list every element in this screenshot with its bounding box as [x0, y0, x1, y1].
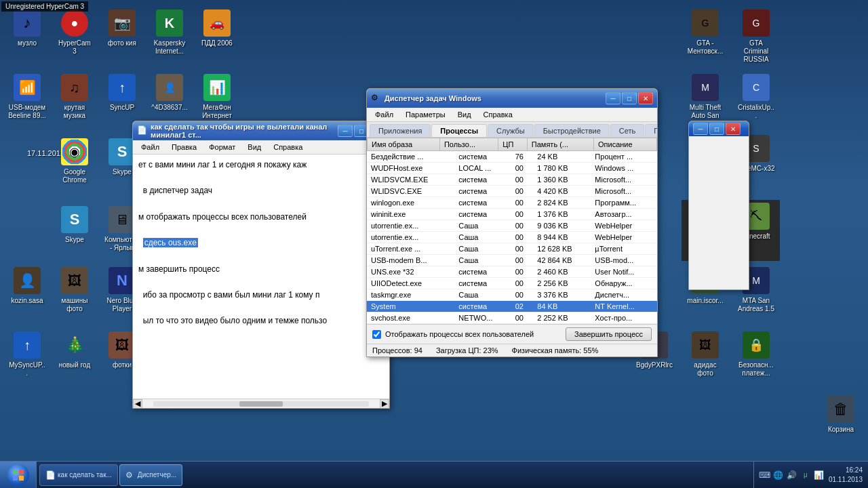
end-process-button[interactable]: Завершить процесс — [566, 327, 652, 341]
table-row[interactable]: UNS.exe *32 система 00 2 460 KB User Not… — [367, 266, 657, 278]
small-win-min-button[interactable]: ─ — [693, 123, 708, 135]
taskbar-item-editor[interactable]: 📄 как сделать так... — [39, 464, 118, 486]
desktop-icon-usb[interactable]: 📶 USB-модем Beeline 89... — [3, 71, 51, 123]
table-row[interactable]: Бездействие ... система 76 24 KB Процент… — [367, 151, 657, 163]
desktop-icon-adidas[interactable]: 🖼 адидас фото — [682, 329, 729, 381]
desktop-icon-4d[interactable]: 👤 ^4D38637... — [146, 71, 193, 115]
table-row[interactable]: utorrentie.ex... Саша 00 9 036 KB WebHel… — [367, 220, 657, 232]
table-row[interactable]: USB-modem B... Саша 00 42 864 KB USB-mod… — [367, 255, 657, 266]
text-editor-menu-help[interactable]: Справка — [268, 142, 308, 152]
tray-bar-icon: 📊 — [814, 470, 825, 481]
desktop-icon-mysyncup[interactable]: ↑ MySyncUP... — [3, 329, 51, 381]
table-row[interactable]: WLIDSVC.EXE система 00 4 420 KB Microsof… — [367, 186, 657, 197]
task-mgr-menu-help[interactable]: Справка — [478, 109, 518, 120]
process-name: uTorrent.exe ... — [367, 243, 454, 255]
hscroll-right-btn[interactable]: ▶ — [380, 399, 389, 409]
text-editor-hscrollbar[interactable]: ◀ ▶ — [133, 399, 389, 408]
text-editor-icon: 📄 — [137, 125, 148, 136]
process-name: winlogon.exe — [367, 197, 454, 209]
taskbar-item-taskmgr[interactable]: ⚙ Диспетчер... — [119, 464, 182, 486]
desktop-icon-skype2[interactable]: S Skype — [51, 203, 98, 247]
text-editor-menu-file[interactable]: Файл — [136, 142, 165, 152]
desktop-icon-muzlo[interactable]: ♪ музло — [3, 7, 51, 51]
process-name: WLIDSVCM.EXE — [367, 174, 454, 186]
small-win-close-button[interactable]: ✕ — [726, 123, 741, 135]
desktop-icon-chrome[interactable]: ◉ Google Chrome — [51, 136, 98, 188]
col-header-name[interactable]: Имя образа — [368, 138, 440, 151]
desktop-icon-gta-crim[interactable]: G GTA Criminal RUSSIA — [732, 7, 780, 67]
desktop-icon-bezopasn[interactable]: 🔒 Безопасн... платеж... — [732, 329, 780, 381]
editor-line-10 — [138, 276, 384, 289]
desktop-icon-gta-ment[interactable]: G GTA - Ментовск... — [682, 7, 729, 59]
task-manager-menu: Файл Параметры Вид Справка — [367, 108, 657, 122]
hscroll-left-btn[interactable]: ◀ — [133, 399, 142, 409]
desktop-icon-pdd[interactable]: 🚗 ПДД 2006 — [193, 7, 241, 51]
table-row[interactable]: UIIODetect.exe система 00 2 256 KB Обнар… — [367, 278, 657, 289]
hypercam-watermark: Unregistered HyperCam 3 — [1, 1, 88, 12]
col-header-desc[interactable]: Описание — [594, 138, 657, 151]
table-row[interactable]: utorrentie.ex... Саша 00 8 944 KB WebHel… — [367, 232, 657, 243]
task-mgr-max-button[interactable]: □ — [622, 92, 637, 104]
process-cpu: 00 — [511, 163, 534, 174]
taskbar-right: ⌨ 🌐 🔊 μ 📊 16:24 01.11.2013 — [753, 462, 868, 488]
table-row[interactable]: System система 02 84 KB NT Kernel... — [367, 301, 657, 312]
process-cpu: 00 — [511, 174, 534, 186]
desktop-icon-hypercam[interactable]: ● HyperCam 3 — [51, 7, 98, 59]
process-name: UNS.exe *32 — [367, 266, 454, 278]
small-win-max-button[interactable]: □ — [709, 123, 724, 135]
desktop-icon-cristalix[interactable]: C CristalixUp... — [732, 71, 780, 123]
tray-torrent-icon: μ — [800, 470, 811, 481]
tab-applications[interactable]: Приложения — [370, 124, 431, 137]
4d-icon: 👤 — [156, 74, 183, 101]
col-header-memory[interactable]: Память (... — [527, 138, 593, 151]
desktop-icon-foto[interactable]: 📷 фото кия — [98, 7, 146, 51]
col-header-cpu[interactable]: ЦП — [498, 138, 527, 151]
show-all-users-checkbox[interactable] — [372, 330, 381, 339]
kaspersky-icon: K — [156, 9, 183, 37]
table-row[interactable]: WLIDSVCM.EXE система 00 1 360 KB Microso… — [367, 174, 657, 186]
text-editor-menu-edit[interactable]: Правка — [166, 142, 202, 152]
process-cpu: 00 — [511, 243, 534, 255]
text-editor-menu-format[interactable]: Формат — [203, 142, 241, 152]
task-mgr-menu-file[interactable]: Файл — [370, 109, 399, 120]
table-row[interactable]: winlogon.exe система 00 2 824 KB Програм… — [367, 197, 657, 209]
task-mgr-menu-params[interactable]: Параметры — [400, 109, 451, 120]
tab-processes[interactable]: Процессы — [431, 124, 487, 137]
process-user: система — [454, 197, 511, 209]
table-row[interactable]: uTorrent.exe ... Саша 00 12 628 KB µTorr… — [367, 243, 657, 255]
desktop-icon-syncup[interactable]: ↑ SyncUP — [98, 71, 146, 115]
desktop-icon-korzina[interactable]: 🗑 Корзина — [817, 393, 865, 437]
text-editor-min-button[interactable]: ─ — [338, 125, 353, 137]
taskbar-editor-label: как сделать так... — [58, 471, 112, 479]
tab-network[interactable]: Сеть — [610, 124, 644, 137]
table-row[interactable]: svchost.exe NETWO... 00 2 252 KB Хост-пр… — [367, 312, 657, 324]
start-button[interactable] — [0, 462, 37, 489]
process-user: NETWO... — [454, 312, 511, 324]
hscroll-thumb[interactable] — [239, 401, 283, 407]
process-cpu: 00 — [511, 255, 534, 266]
table-row[interactable]: wininit.exe система 00 1 376 KB Автозагр… — [367, 209, 657, 220]
editor-line-3: в диспетчер задач — [138, 184, 384, 197]
desktop-icon-kozin[interactable]: 👤 kozin.sasa — [3, 264, 51, 308]
desktop-icon-novygod[interactable]: 🎄 новый год — [51, 329, 98, 373]
text-editor-menu-view[interactable]: Вид — [242, 142, 267, 152]
process-scroll[interactable]: Бездействие ... система 76 24 KB Процент… — [367, 151, 657, 324]
desktop-icon-megafon[interactable]: 📊 МегаФон Интернет — [193, 71, 241, 123]
tab-performance[interactable]: Быстродействие — [534, 124, 610, 137]
process-name: taskmgr.exe — [367, 289, 454, 301]
tab-services[interactable]: Службы — [488, 124, 534, 137]
col-header-user[interactable]: Пользо... — [439, 138, 498, 151]
desktop-icon-muzika[interactable]: ♫ крутая музика — [51, 71, 98, 123]
editor-line-8 — [138, 249, 384, 262]
table-row[interactable]: WUDFHost.exe LOCAL ... 00 1 780 KB Windo… — [367, 163, 657, 174]
desktop-icon-mashiny[interactable]: 🖼 машины фото — [51, 264, 98, 317]
editor-highlight: сдесь ous.exe — [143, 238, 198, 247]
task-mgr-close-button[interactable]: ✕ — [638, 92, 653, 104]
table-row[interactable]: taskmgr.exe Саша 00 3 376 KB Диспетч... — [367, 289, 657, 301]
text-editor-content: ет с вами мини лаг 1 и сегодня я покажу … — [133, 155, 389, 399]
task-mgr-menu-view[interactable]: Вид — [452, 109, 477, 120]
tab-users[interactable]: Пользователи — [645, 124, 658, 137]
desktop-icon-kaspersky[interactable]: K Kaspersky Internet... — [146, 7, 193, 59]
editor-line-13: ыл то что это видео было одним и темже п… — [138, 314, 384, 327]
task-mgr-min-button[interactable]: ─ — [606, 92, 620, 104]
